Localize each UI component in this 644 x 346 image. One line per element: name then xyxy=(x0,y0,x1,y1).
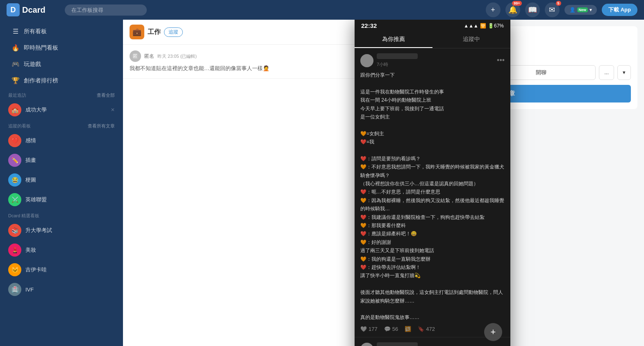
phone-post-meta-1: 7小時 xyxy=(377,53,494,68)
add-button[interactable]: + xyxy=(486,2,501,17)
view-all-link[interactable]: 查看全部 xyxy=(97,92,115,98)
repost-icon: 🔁 xyxy=(405,326,411,332)
status-icons: ▲▲▲ 🛜 🔋67% xyxy=(464,23,504,29)
chevron-down-icon: ▾ xyxy=(589,7,592,13)
phone-content: 7小時 ••• 跟你們分享一下 這是一件我在動物醫院工作時發生的事 我在一間 2… xyxy=(355,48,510,346)
tab-recommended[interactable]: 為你推薦 xyxy=(355,32,432,48)
post-list: 💼 工作 追蹤 匿 匿名 昨天 23:05 (已編輯) 我都不知道貼在這裡的文章… xyxy=(123,20,361,346)
logo-text: Dcard xyxy=(22,5,46,15)
phone-username-2 xyxy=(377,342,418,346)
content-area: 💼 工作 追蹤 匿 匿名 昨天 23:05 (已編輯) 我都不知道貼在這裡的文章… xyxy=(123,20,644,346)
follow-button[interactable]: 追蹤 xyxy=(164,27,183,37)
sidebar: ☰ 所有看板 🔥 即時熱門看板 🎮 玩遊戲 🏆 創作者排行榜 最近造訪 查看全部… xyxy=(0,20,123,346)
sidebar-item-all-boards[interactable]: ☰ 所有看板 xyxy=(3,23,120,39)
sort-button[interactable]: ▾ xyxy=(617,65,631,80)
close-icon[interactable]: ✕ xyxy=(111,107,115,113)
sidebar-board-lol[interactable]: ⚔️ 英雄聯盟 xyxy=(0,190,123,209)
sidebar-label-all-boards: 所有看板 xyxy=(24,28,47,35)
plus-icon: + xyxy=(491,6,495,14)
trophy-icon: 🏆 xyxy=(11,77,20,84)
sidebar-board-beauty[interactable]: 💄 美妝 xyxy=(0,240,123,260)
board-label-lol: 英雄聯盟 xyxy=(25,196,47,203)
notification-badge: 99+ xyxy=(512,1,521,6)
board-avatar-chiikawa: 🐱 xyxy=(8,263,21,276)
comment-action[interactable]: 💬 56 xyxy=(384,326,398,332)
post-meta: 匿 匿名 昨天 23:05 (已編輯) xyxy=(130,50,354,62)
mail-button[interactable]: ✉ 5 xyxy=(545,2,560,17)
sidebar-board-exam[interactable]: 📚 升大學考試 xyxy=(0,221,123,240)
comment-icon: 💬 xyxy=(384,326,391,332)
tab-following[interactable]: 追蹤中 xyxy=(432,32,510,48)
board-avatar-beauty: 💄 xyxy=(8,244,21,257)
board-avatar-ivf: 🏥 xyxy=(8,283,21,296)
post-preview: 我都不知道貼在這裡的文章也能…還能回的像當事人一樣🤦 xyxy=(130,64,354,73)
repost-action[interactable]: 🔁 xyxy=(405,326,411,332)
sidebar-label-games: 玩遊戲 xyxy=(24,61,41,68)
like-action[interactable]: 🤍 177 xyxy=(360,326,378,332)
game-icon: 🎮 xyxy=(11,60,20,68)
phone-username-1 xyxy=(377,53,418,59)
notifications-button[interactable]: 🔔 99+ xyxy=(505,2,520,17)
sidebar-board-illustration[interactable]: ✏️ 插畫 xyxy=(0,150,123,170)
save-count: 472 xyxy=(426,326,435,332)
board-avatar-lol: ⚔️ xyxy=(8,193,21,206)
logo[interactable]: D Dcard xyxy=(7,3,60,16)
following-view-all-link[interactable]: 查看所有文章 xyxy=(88,123,115,129)
sidebar-item-creators[interactable]: 🏆 創作者排行榜 xyxy=(3,73,120,89)
more-icon-1[interactable]: ••• xyxy=(497,56,505,65)
sidebar-label-hot: 即時熱門看板 xyxy=(24,44,58,52)
user-button[interactable]: 👤 New ▾ xyxy=(564,5,597,15)
sidebar-item-games[interactable]: 🎮 玩遊戲 xyxy=(3,56,120,72)
like-count: 177 xyxy=(369,326,378,332)
signal-icon: ▲▲▲ xyxy=(464,23,478,29)
mail-badge: 5 xyxy=(556,1,561,6)
bookmark-icon: 📖 xyxy=(528,5,537,14)
phone-post-text-1: 跟你們分享一下 這是一件我在動物醫院工作時發生的事 我在一間 24小時的動物醫院… xyxy=(360,71,505,322)
phone-avatar-2 xyxy=(360,343,373,346)
new-badge: New xyxy=(577,7,588,12)
board-label-illustration: 插畫 xyxy=(25,157,36,164)
comment-count: 56 xyxy=(392,326,398,332)
post-time: 昨天 23:05 (已編輯) xyxy=(157,53,197,59)
board-label-beauty: 美妝 xyxy=(25,246,36,254)
recommended-label: Dcard 精選看板 xyxy=(8,213,39,219)
board-label-ncku: 成功大學 xyxy=(25,106,47,114)
board-label-exam: 升大學考試 xyxy=(25,227,52,234)
post-card[interactable]: 匿 匿名 昨天 23:05 (已編輯) 我都不知道貼在這裡的文章也能…還能回的像… xyxy=(123,45,360,79)
board-label-chiikawa: 吉伊卡哇 xyxy=(25,266,47,273)
phone-post-1[interactable]: 7小時 ••• 跟你們分享一下 這是一件我在動物醫院工作時發生的事 我在一間 2… xyxy=(355,48,510,337)
top-navigation: D Dcard + 🔔 99+ 📖 ✉ 5 👤 New ▾ 下載 App xyxy=(0,0,644,20)
sidebar-board-chiikawa[interactable]: 🐱 吉伊卡哇 xyxy=(0,260,123,280)
bookmark-icon: 🔖 xyxy=(418,326,424,332)
recommended-section-header: Dcard 精選看板 xyxy=(0,209,123,221)
bookmark-button[interactable]: 📖 xyxy=(525,2,540,17)
sidebar-board-meme[interactable]: 😂 梗圖 xyxy=(0,170,123,190)
sidebar-board-ncku[interactable]: 🏫 成功大學 ✕ xyxy=(0,100,123,120)
board-label-ivf: IVF xyxy=(25,287,34,293)
board-label-meme: 梗圖 xyxy=(25,176,36,184)
bell-icon: 🔔 xyxy=(508,5,517,14)
download-app-button[interactable]: 下載 App xyxy=(602,4,637,16)
board-avatar-meme: 😂 xyxy=(8,173,21,187)
board-avatar-illustration: ✏️ xyxy=(8,154,21,167)
phone-avatar-1 xyxy=(360,54,373,67)
board-label-love: 感情 xyxy=(25,137,36,144)
phone-post-actions-1: 🤍 177 💬 56 🔁 🔖 472 xyxy=(360,326,505,332)
save-action[interactable]: 🔖 472 xyxy=(418,326,435,332)
board-avatar-exam: 📚 xyxy=(8,224,21,237)
phone-tabs: 為你推薦 追蹤中 xyxy=(355,32,510,48)
following-section-header: 追蹤的看板 查看所有文章 xyxy=(0,120,123,131)
search-input[interactable] xyxy=(65,5,147,16)
mobile-overlay: 22:32 ▲▲▲ 🛜 🔋67% 為你推薦 追蹤中 xyxy=(355,20,510,346)
phone-post-meta-2: 5小時 xyxy=(377,342,494,346)
user-icon: 👤 xyxy=(569,7,576,13)
sidebar-board-ivf[interactable]: 🏥 IVF xyxy=(0,280,123,299)
more-actions-button[interactable]: ... xyxy=(599,65,614,80)
status-time: 22:32 xyxy=(361,22,377,29)
sidebar-board-love[interactable]: ❤️ 感情 xyxy=(0,131,123,150)
phone-status-bar: 22:32 ▲▲▲ 🛜 🔋67% xyxy=(355,20,510,32)
fab-button[interactable]: + xyxy=(484,323,502,341)
sidebar-item-hot[interactable]: 🔥 即時熱門看板 xyxy=(3,40,120,56)
board-header: 💼 工作 追蹤 xyxy=(123,20,360,45)
battery-icon: 🔋67% xyxy=(488,23,504,29)
